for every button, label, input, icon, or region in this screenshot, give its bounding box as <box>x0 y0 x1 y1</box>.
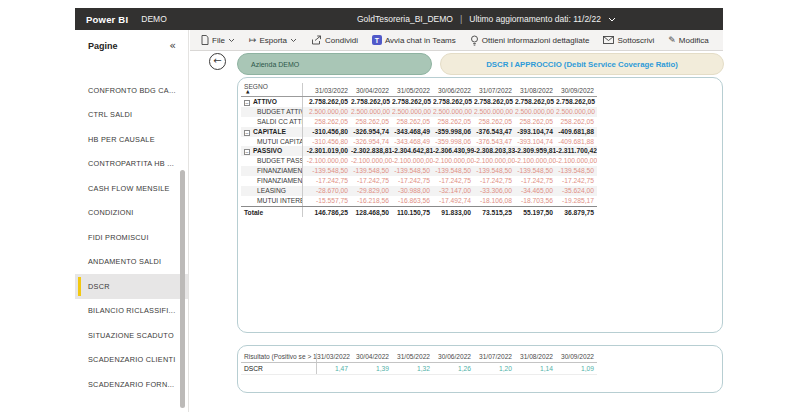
sidebar-item-scadenzario-clienti[interactable]: SCADENZARIO CLIENTI <box>75 348 188 373</box>
sidebar-item-label: FIDI PROMISCUI <box>88 233 149 242</box>
cell-value: 2.758.262,05 <box>351 97 392 107</box>
cell-value: 2.758.262,05 <box>474 97 515 107</box>
cell-value: -376.543,47 <box>474 127 515 137</box>
cell-value: 1,47 <box>317 363 351 374</box>
cell-value: -2.304.642,81 <box>392 146 433 156</box>
sidebar-item-label: CTRL SALDI <box>88 110 132 119</box>
cell-value: 258.262,05 <box>392 117 433 127</box>
sidebar-item-hb-per-causale[interactable]: HB PER CAUSALE <box>75 127 188 152</box>
sidebar-item-confronto-bdg-ca[interactable]: CONFRONTO BDG CA... <box>75 78 188 103</box>
cell-value: 91.833,00 <box>433 207 474 218</box>
topbar: Power BI DEMO GoldTesoreria_BI_DEMO | Ul… <box>75 8 723 30</box>
column-header-date[interactable]: 31/08/2022 <box>515 87 556 96</box>
row-label-text: FINANZIAMENTI ANT.FT. <box>257 177 303 184</box>
cell-value: -17.242,75 <box>515 176 556 186</box>
sidebar-scrollbar[interactable] <box>180 170 185 408</box>
column-header-date[interactable]: 31/07/2022 <box>474 353 515 362</box>
cell-value: 2.758.262,05 <box>392 97 433 107</box>
row-label-text: LEASING <box>257 187 286 194</box>
collapse-row-icon[interactable]: − <box>244 130 250 136</box>
table-row-budget-attivi: BUDGET ATTIVI2.500.000,002.500.000,002.5… <box>241 107 597 117</box>
row-label: BUDGET PASSIVI <box>241 156 303 166</box>
cell-value: 1,09 <box>556 363 597 374</box>
table-corner-header[interactable]: SEGNO▲ <box>241 83 303 96</box>
table-header-row: SEGNO▲31/03/202230/04/202231/05/202230/0… <box>241 82 597 97</box>
report-title-group[interactable]: GoldTesoreria_BI_DEMO | Ultimo aggiornam… <box>357 8 616 30</box>
column-header-date[interactable]: 31/03/2022 <box>303 87 351 96</box>
sidebar-item-label: CONFRONTO BDG CA... <box>88 86 176 95</box>
row-label-text: BUDGET PASSIVI <box>257 157 303 164</box>
cell-value: -393.104,74 <box>515 127 556 137</box>
cell-value: -33.306,00 <box>474 186 515 196</box>
share-button[interactable]: Condividi <box>304 30 365 50</box>
sidebar-item-bilancio-riclassifi[interactable]: BILANCIO RICLASSIFI... <box>75 299 188 324</box>
company-filter-button[interactable]: Azienda DEMO <box>237 53 432 75</box>
sort-ascending-icon: ▲ <box>246 90 249 94</box>
row-label-text: Totale <box>244 209 263 216</box>
sidebar-item-dscr[interactable]: DSCR <box>75 274 188 299</box>
column-header-date[interactable]: 30/06/2022 <box>433 353 474 362</box>
power-bi-logo[interactable]: Power BI <box>86 14 128 25</box>
cell-value: 2.500.000,00 <box>351 107 392 117</box>
subscribe-label: Sottoscrivi <box>617 36 654 45</box>
chevron-down-icon[interactable] <box>608 14 616 24</box>
dscr-matrix-card: SEGNO▲31/03/202230/04/202231/05/202230/0… <box>237 77 723 333</box>
cell-value: 1,39 <box>351 363 392 374</box>
column-header-date[interactable]: 31/03/2022 <box>317 353 351 362</box>
row-label-text: PASSIVO <box>253 147 282 154</box>
workspace-name[interactable]: DEMO <box>141 14 167 24</box>
table-row-passivo: −PASSIVO-2.301.019,00-2.302.838,81-2.304… <box>241 146 597 156</box>
collapse-sidebar-icon[interactable]: « <box>169 39 176 52</box>
back-button[interactable]: ← <box>209 53 226 70</box>
cell-value: -2.100.000,00 <box>556 156 597 166</box>
insights-button[interactable]: Ottieni informazioni dettagliate <box>463 30 597 50</box>
column-header-date[interactable]: 31/07/2022 <box>474 87 515 96</box>
column-header-date[interactable]: 30/06/2022 <box>433 87 474 96</box>
cell-value: 2.500.000,00 <box>515 107 556 117</box>
table-header-row: Risultato (Positivo se > 1)31/03/202230/… <box>241 350 597 363</box>
sidebar-item-scadenzario-forn[interactable]: SCADENZARIO FORN... <box>75 372 188 397</box>
table-row-attivo: −ATTIVO2.758.262,052.758.262,052.758.262… <box>241 97 597 107</box>
collapse-row-icon[interactable]: − <box>244 100 250 106</box>
cell-value: 36.879,75 <box>556 207 597 218</box>
sidebar-item-cash-flow-mensile[interactable]: CASH FLOW MENSILE <box>75 176 188 201</box>
cell-value: -2.100.000,00 <box>433 156 474 166</box>
row-label: SALDI CC ATTIVI <box>241 117 303 127</box>
column-header-date[interactable]: 30/09/2022 <box>556 353 597 362</box>
subscribe-button[interactable]: Sottoscrivi <box>596 30 661 50</box>
view-title-button[interactable]: DSCR I APPROCCIO (Debit Service Coverage… <box>440 53 724 75</box>
row-label-text: CAPITALE <box>253 128 286 135</box>
cell-value: 2.500.000,00 <box>433 107 474 117</box>
sidebar-item-fidi-promiscui[interactable]: FIDI PROMISCUI <box>75 225 188 250</box>
column-header-date[interactable]: 30/04/2022 <box>351 353 392 362</box>
teams-chat-button[interactable]: T Avvia chat in Teams <box>365 30 463 50</box>
cell-value: 1,26 <box>433 363 474 374</box>
collapse-row-icon[interactable]: − <box>244 149 250 155</box>
corner-header-label: Risultato (Positivo se > 1) <box>244 353 317 360</box>
sidebar-item-situazione-scaduto[interactable]: SITUAZIONE SCADUTO <box>75 323 188 348</box>
cell-value: 258.262,05 <box>351 117 392 127</box>
sidebar-item-andamento-saldi[interactable]: ANDAMENTO SALDI <box>75 250 188 275</box>
row-label-text: BUDGET ATTIVI <box>257 108 303 115</box>
sidebar-item-contropartita-hb[interactable]: CONTROPARTITA HB ... <box>75 152 188 177</box>
cell-value: -2.308.203,33 <box>474 146 515 156</box>
row-label: −PASSIVO <box>241 146 303 156</box>
row-label: BUDGET ATTIVI <box>241 107 303 117</box>
sidebar-item-ctrl-saldi[interactable]: CTRL SALDI <box>75 103 188 128</box>
cell-value: -17.242,75 <box>392 176 433 186</box>
column-header-date[interactable]: 31/05/2022 <box>392 87 433 96</box>
file-menu-button[interactable]: File <box>194 30 242 50</box>
table-corner-header[interactable]: Risultato (Positivo se > 1) <box>241 353 317 362</box>
export-menu-button[interactable]: ↦ Esporta <box>242 30 304 50</box>
sidebar-header: Pagine « <box>75 30 188 52</box>
cell-value: 146.786,25 <box>303 207 351 218</box>
column-header-date[interactable]: 31/08/2022 <box>515 353 556 362</box>
cell-value: -2.302.838,81 <box>351 146 392 156</box>
edit-button[interactable]: ✎ Modifica <box>661 30 715 50</box>
column-header-date[interactable]: 30/04/2022 <box>351 87 392 96</box>
cell-value: -2.100.000,00 <box>515 156 556 166</box>
column-header-date[interactable]: 30/09/2022 <box>556 87 597 96</box>
lightbulb-icon <box>470 35 479 46</box>
sidebar-item-condizioni[interactable]: CONDIZIONI <box>75 201 188 226</box>
column-header-date[interactable]: 31/05/2022 <box>392 353 433 362</box>
